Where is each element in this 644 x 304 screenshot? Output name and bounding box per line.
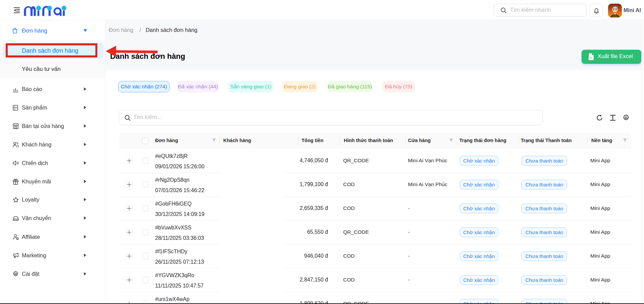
svg-text:x: x [590,56,592,59]
